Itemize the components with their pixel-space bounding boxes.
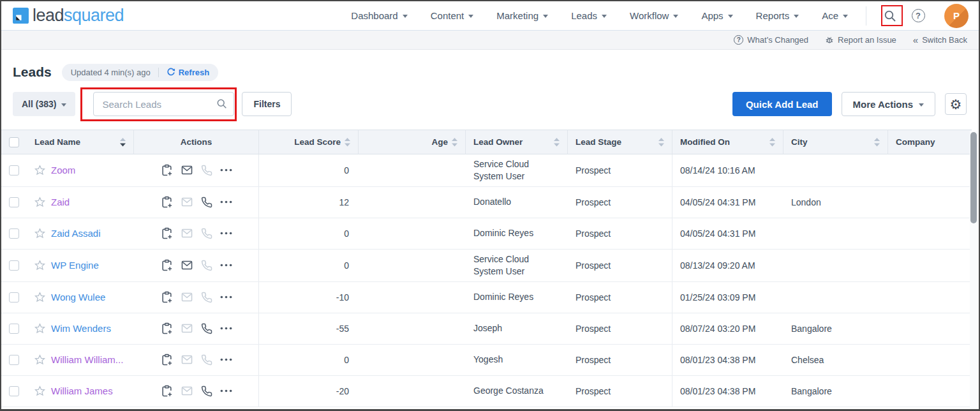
updated-text: Updated 4 min(s) ago (71, 68, 151, 77)
help-button[interactable]: ? (909, 6, 928, 26)
lead-name-link[interactable]: Zaid (51, 197, 70, 207)
age-cell (359, 376, 466, 407)
email-icon[interactable] (181, 164, 193, 176)
nav-item-marketing[interactable]: Marketing (496, 10, 548, 21)
nav-item-leads[interactable]: Leads (571, 10, 607, 21)
scrollbar-thumb[interactable] (970, 132, 977, 223)
row-checkbox[interactable] (9, 197, 19, 207)
refresh-button[interactable]: Refresh (167, 68, 209, 77)
nav-item-content[interactable]: Content (431, 10, 474, 21)
user-avatar[interactable]: P (944, 4, 969, 28)
row-checkbox[interactable] (9, 228, 19, 239)
lead-name-link[interactable]: Zoom (51, 165, 75, 176)
row-checkbox[interactable] (9, 324, 19, 334)
phone-icon[interactable] (201, 165, 212, 176)
phone-icon[interactable] (201, 323, 212, 334)
modified-on-cell: 04/05/24 04:31 PM (672, 187, 783, 218)
more-options-icon[interactable] (220, 264, 232, 267)
more-actions-button[interactable]: More Actions (842, 92, 935, 116)
add-activity-icon[interactable] (161, 322, 173, 334)
phone-icon[interactable] (201, 197, 212, 208)
email-icon[interactable] (181, 227, 193, 239)
row-checkbox[interactable] (9, 260, 19, 271)
whats-changed-link[interactable]: ? What's Changed (734, 35, 808, 45)
add-activity-icon[interactable] (161, 354, 173, 366)
star-icon[interactable] (34, 260, 45, 271)
nav-item-apps[interactable]: Apps (701, 10, 732, 21)
more-options-icon[interactable] (220, 295, 232, 299)
col-header-lead-stage[interactable]: Lead Stage (568, 130, 672, 154)
more-options-icon[interactable] (220, 168, 232, 172)
star-icon[interactable] (34, 165, 45, 176)
lead-score-cell: 0 (259, 345, 359, 375)
col-header-lead-name[interactable]: Lead Name (27, 130, 134, 154)
email-icon[interactable] (181, 354, 193, 366)
col-header-modified-on[interactable]: Modified On (672, 130, 783, 154)
col-header-city[interactable]: City (783, 130, 888, 154)
col-header-lead-score[interactable]: Lead Score (259, 130, 359, 154)
more-options-icon[interactable] (220, 327, 232, 330)
lead-score-cell: -55 (259, 313, 359, 344)
phone-icon[interactable] (201, 260, 212, 271)
star-icon[interactable] (34, 292, 45, 303)
phone-icon[interactable] (201, 228, 212, 239)
more-options-icon[interactable] (220, 232, 232, 235)
more-options-icon[interactable] (220, 358, 232, 361)
star-icon[interactable] (34, 385, 45, 396)
add-activity-icon[interactable] (161, 227, 173, 239)
col-header-age[interactable]: Age (359, 130, 466, 154)
nav-item-workflow[interactable]: Workflow (630, 10, 678, 21)
vertical-scrollbar[interactable] (970, 131, 977, 410)
nav-item-dashboard[interactable]: Dashboard (351, 10, 407, 21)
add-activity-icon[interactable] (161, 196, 173, 208)
global-search-button[interactable] (880, 6, 900, 26)
lead-name-cell: Zaid (27, 187, 134, 218)
lead-name-link[interactable]: Zaid Assadi (51, 228, 101, 239)
row-checkbox[interactable] (9, 386, 19, 396)
quick-add-lead-button[interactable]: Quick Add Lead (732, 92, 832, 116)
star-icon[interactable] (34, 323, 45, 334)
email-icon[interactable] (181, 291, 193, 303)
more-options-icon[interactable] (220, 200, 232, 204)
header-checkbox-cell (1, 130, 27, 154)
email-icon[interactable] (181, 196, 193, 208)
lead-name-cell: Wim Wenders (27, 313, 134, 344)
lead-score-cell: 12 (259, 187, 359, 218)
view-filter-dropdown[interactable]: All (383) (13, 92, 75, 116)
email-icon[interactable] (181, 259, 193, 271)
add-activity-icon[interactable] (161, 291, 173, 303)
add-activity-icon[interactable] (161, 385, 173, 397)
nav-item-reports[interactable]: Reports (756, 10, 799, 21)
star-icon[interactable] (34, 197, 45, 207)
star-icon[interactable] (34, 354, 45, 365)
star-icon[interactable] (34, 228, 45, 239)
phone-icon[interactable] (201, 385, 212, 397)
phone-icon[interactable] (201, 354, 212, 366)
select-all-checkbox[interactable] (9, 137, 19, 147)
table-settings-button[interactable]: ⚙ (945, 93, 967, 115)
lead-name-link[interactable]: WP Engine (51, 260, 99, 271)
chevron-down-icon (673, 15, 678, 18)
filters-button[interactable]: Filters (242, 92, 292, 116)
email-icon[interactable] (181, 322, 193, 334)
more-options-icon[interactable] (220, 389, 232, 392)
lead-name-link[interactable]: Wim Wenders (51, 323, 111, 334)
row-checkbox[interactable] (9, 165, 19, 176)
email-icon[interactable] (181, 385, 193, 397)
row-checkbox[interactable] (9, 292, 19, 303)
nav-item-ace[interactable]: Ace (822, 10, 848, 21)
lead-name-link[interactable]: Wong Wulee (51, 292, 105, 303)
refresh-icon (167, 68, 175, 77)
report-issue-link[interactable]: Report an Issue (825, 35, 896, 45)
lead-name-link[interactable]: William James (51, 385, 113, 396)
add-activity-icon[interactable] (161, 259, 173, 271)
add-activity-icon[interactable] (161, 164, 173, 176)
row-checkbox[interactable] (9, 355, 19, 365)
search-leads-input[interactable] (93, 92, 234, 116)
switch-back-link[interactable]: « Switch Back (913, 35, 967, 45)
lead-name-link[interactable]: William William... (51, 354, 123, 365)
col-header-lead-owner[interactable]: Lead Owner (466, 130, 568, 154)
sort-icon (345, 138, 350, 147)
phone-icon[interactable] (201, 292, 212, 303)
leadsquared-logo[interactable]: leadsquared (13, 6, 124, 26)
